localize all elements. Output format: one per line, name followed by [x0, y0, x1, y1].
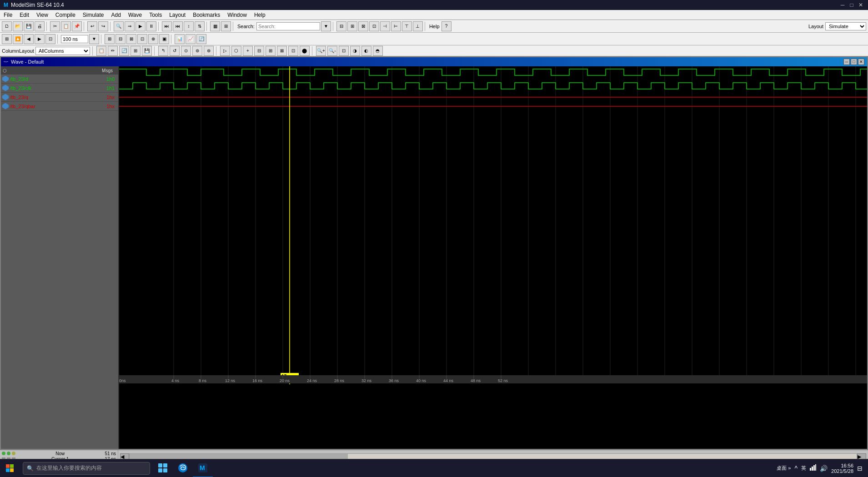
waveform-area[interactable]: 17ns 0ns 4 ns 8 ns 12 ns 16 ns 20 ns 24 … — [119, 66, 867, 449]
taskbar-app-edge[interactable] — [173, 459, 193, 477]
cursor-btn1[interactable]: ▷ — [220, 46, 230, 56]
tb2-7[interactable]: ⊟ — [115, 34, 125, 44]
time-input[interactable]: 100 ns — [61, 35, 88, 43]
menu-edit[interactable]: Edit — [16, 11, 33, 19]
close-btn[interactable]: ✕ — [857, 1, 864, 9]
tb8[interactable]: ⊞ — [221, 21, 231, 31]
tb2-5[interactable]: ⊡ — [45, 34, 55, 44]
tb9[interactable]: ⊟ — [336, 21, 346, 31]
menu-layout[interactable]: Layout — [166, 11, 189, 19]
menu-bookmarks[interactable]: Bookmarks — [189, 11, 224, 19]
goto-btn[interactable]: ⇒ — [125, 21, 135, 31]
wave-btn3[interactable]: ⊙ — [181, 46, 191, 56]
minimize-btn[interactable]: ─ — [839, 1, 846, 9]
cursor-btn2[interactable]: ⬡ — [231, 46, 241, 56]
tray-show-desktop[interactable]: 桌面 » — [777, 465, 791, 472]
paste-btn[interactable]: 📌 — [72, 21, 82, 31]
wave-btn1[interactable]: ↰ — [158, 46, 168, 56]
col-btn5[interactable]: 💾 — [142, 46, 152, 56]
col-btn4[interactable]: ⊞ — [130, 46, 140, 56]
tray-network[interactable] — [810, 464, 816, 472]
zoom-btn3[interactable]: ◐ — [361, 46, 371, 56]
taskbar-start-button[interactable] — [0, 459, 20, 477]
copy-btn[interactable]: 📋 — [61, 21, 71, 31]
tray-caret[interactable]: ^ — [794, 465, 798, 472]
wave-btn4[interactable]: ⊚ — [192, 46, 202, 56]
wave-btn2[interactable]: ↺ — [170, 46, 180, 56]
tb2-13[interactable]: 📈 — [186, 34, 196, 44]
menu-wave[interactable]: Wave — [125, 11, 146, 19]
zoom-out-btn[interactable]: 🔍- — [327, 46, 337, 56]
zoom-btn4[interactable]: ◓ — [373, 46, 383, 56]
title-bar-controls[interactable]: ─ □ ✕ — [839, 1, 864, 9]
tb12[interactable]: ⊡ — [369, 21, 379, 31]
cursor-btn3[interactable]: + — [243, 46, 253, 56]
menu-view[interactable]: View — [33, 11, 52, 19]
menu-tools[interactable]: Tools — [146, 11, 166, 19]
tb13[interactable]: ⊣ — [380, 21, 390, 31]
hscroll-thumb[interactable] — [130, 454, 348, 459]
col-btn3[interactable]: 🔄 — [119, 46, 129, 56]
open-btn[interactable]: 📂 — [13, 21, 23, 31]
menu-file[interactable]: File — [0, 11, 16, 19]
zoom-btn2[interactable]: ◑ — [350, 46, 360, 56]
tb16[interactable]: ⊥ — [413, 21, 423, 31]
menu-simulate[interactable]: Simulate — [79, 11, 108, 19]
col-btn1[interactable]: 📋 — [96, 46, 106, 56]
wave-btn5[interactable]: ⊛ — [204, 46, 214, 56]
tb4[interactable]: ⏮ — [173, 21, 183, 31]
search-go-btn[interactable]: ▼ — [321, 21, 331, 31]
tray-volume[interactable]: 🔊 — [820, 465, 828, 472]
maximize-btn[interactable]: □ — [848, 1, 855, 9]
tb3[interactable]: ⏭ — [162, 21, 172, 31]
signal-row-clk[interactable]: /tb_23/clk 1h1 — [1, 84, 118, 93]
menu-add[interactable]: Add — [108, 11, 125, 19]
redo-btn[interactable]: ↪ — [98, 21, 108, 31]
signal-row-qbar[interactable]: /tb_23/qbar 1hx — [1, 102, 118, 111]
tb11[interactable]: ⊠ — [358, 21, 368, 31]
tb2-2[interactable]: 🔼 — [13, 34, 23, 44]
tb-extra1[interactable]: ▶ — [135, 21, 146, 31]
menu-help[interactable]: Help — [251, 11, 269, 19]
layout-select[interactable]: Simulate — [825, 22, 866, 30]
undo-btn[interactable]: ↩ — [87, 21, 97, 31]
tb5[interactable]: ↕ — [184, 21, 194, 31]
menu-compile[interactable]: Compile — [52, 11, 79, 19]
tb2-11[interactable]: ▣ — [159, 34, 169, 44]
tray-notifications[interactable]: ⊟ — [857, 465, 863, 472]
cursor-btn4[interactable]: ⊟ — [254, 46, 264, 56]
tb6[interactable]: ⇅ — [195, 21, 205, 31]
zoom-fit-btn[interactable]: ⊡ — [339, 46, 349, 56]
tb2-3[interactable]: ◀ — [24, 34, 34, 44]
tb2-4[interactable]: ▶ — [35, 34, 45, 44]
tb2-12[interactable]: 📊 — [175, 34, 185, 44]
tb10[interactable]: ⊞ — [347, 21, 357, 31]
signal-row-q[interactable]: /tb_23/q 1hx — [1, 93, 118, 102]
tb2-8[interactable]: ⊠ — [126, 34, 136, 44]
wave-maximize-btn[interactable]: □ — [851, 59, 857, 65]
taskbar-task-view[interactable] — [153, 459, 173, 477]
wave-title-bar-controls[interactable]: ─ □ ✕ — [843, 59, 864, 65]
col-btn2[interactable]: ✏ — [108, 46, 118, 56]
cursor-btn5[interactable]: ⊞ — [266, 46, 276, 56]
taskbar-search-bar[interactable]: 🔍 在这里输入你要搜索的内容 — [23, 462, 150, 475]
help-btn[interactable]: ? — [442, 21, 452, 31]
wave-minimize-btn[interactable]: ─ — [843, 59, 850, 65]
tb2-10[interactable]: ⊗ — [148, 34, 158, 44]
tb2-9[interactable]: ⊡ — [137, 34, 147, 44]
tb7[interactable]: ▦ — [210, 21, 220, 31]
cursor-btn6[interactable]: ⊠ — [277, 46, 287, 56]
tb-extra2[interactable]: ⏸ — [146, 21, 156, 31]
tb15[interactable]: ⊤ — [402, 21, 412, 31]
taskbar-app-modelsim[interactable]: M — [193, 459, 213, 477]
save-btn[interactable]: 💾 — [24, 21, 34, 31]
find-btn[interactable]: 🔍 — [114, 21, 124, 31]
cut-btn[interactable]: ✂ — [50, 21, 60, 31]
tb2-1[interactable]: ⊞ — [2, 34, 12, 44]
menu-window[interactable]: Window — [224, 11, 251, 19]
wave-close-btn[interactable]: ✕ — [858, 59, 864, 65]
print-btn[interactable]: 🖨 — [35, 21, 45, 31]
cursor-btn7[interactable]: ⊡ — [288, 46, 298, 56]
tb2-6[interactable]: ⊞ — [105, 34, 115, 44]
search-input[interactable] — [256, 22, 320, 30]
